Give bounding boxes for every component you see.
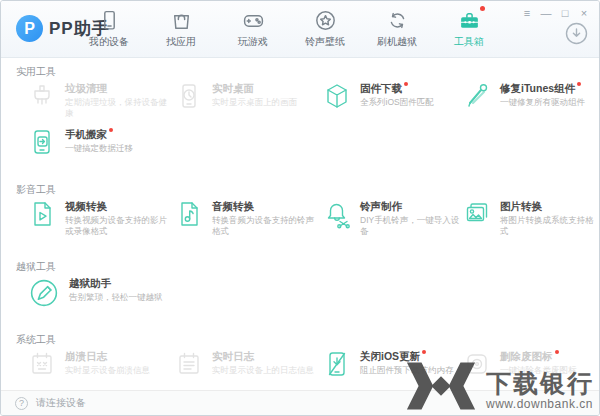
toolbox-icon xyxy=(458,9,481,32)
x-bank-logo-icon xyxy=(403,361,479,411)
star-circle-icon xyxy=(314,9,337,32)
tool-crash-log[interactable]: 崩溃日志 实时显示设备崩溃信息 xyxy=(26,348,173,380)
pp-logo-icon: P xyxy=(16,15,43,42)
tool-phone-transfer[interactable]: 手机搬家 一键搞定数据迁移 xyxy=(26,126,173,158)
tool-junk-clean[interactable]: 垃圾清理 定期清理垃圾，保持设备健康 xyxy=(26,80,173,119)
tool-title: 铃声制作 xyxy=(360,198,461,213)
nav-label: 刷机越狱 xyxy=(377,35,417,49)
tool-subtitle: 一键搞定数据迁移 xyxy=(65,143,173,154)
tool-image-convert[interactable]: 图片转换 将图片转换成系统支持格式 xyxy=(461,198,596,237)
tool-subtitle: 实时显示设备崩溃信息 xyxy=(65,365,173,376)
phone-transfer-icon xyxy=(26,126,58,158)
window-controls: ≡ — □ × xyxy=(519,6,592,20)
repair-tools-icon xyxy=(461,80,493,112)
tool-title: 垃圾清理 xyxy=(65,80,173,95)
tool-row: 垃圾清理 定期清理垃圾，保持设备健康 实时桌面 实时显示桌面上的画面 固件下载 … xyxy=(26,80,596,119)
crash-log-icon xyxy=(26,348,58,380)
image-convert-icon xyxy=(461,198,493,230)
block-update-icon xyxy=(321,348,353,380)
tool-title: 图片转换 xyxy=(500,198,596,213)
main-nav: 我的设备 找应用 玩游戏 铃声壁纸 刷机越狱 工具箱 xyxy=(73,9,505,49)
close-button[interactable]: × xyxy=(576,6,592,20)
live-desktop-icon xyxy=(173,80,205,112)
tool-live-desktop[interactable]: 实时桌面 实时显示桌面上的画面 xyxy=(173,80,321,119)
new-badge-dot xyxy=(480,6,485,11)
nav-label: 工具箱 xyxy=(454,35,484,49)
watermark-url: www.downbank.cn xyxy=(486,397,594,411)
section-title-practical-tools: 实用工具 xyxy=(16,65,56,79)
section-title-media-tools: 影音工具 xyxy=(16,183,56,197)
watermark: 下载银行 www.downbank.cn xyxy=(403,361,594,411)
tool-subtitle: 告别繁琐，轻松一键越狱 xyxy=(69,292,173,303)
menu-button[interactable]: ≡ xyxy=(519,6,535,20)
section-title-system-tools: 系统工具 xyxy=(16,333,56,347)
watermark-title: 下载银行 xyxy=(486,370,594,396)
nav-find-apps[interactable]: 找应用 xyxy=(145,9,217,49)
firmware-cube-icon xyxy=(321,80,353,112)
new-badge-dot xyxy=(577,82,581,86)
tool-title: 实时日志 xyxy=(212,348,321,363)
clean-brush-icon xyxy=(26,80,58,112)
app-window: P PP助手 我的设备 找应用 玩游戏 铃声壁纸 刷机越狱 xyxy=(0,0,600,416)
tool-title: 音频转换 xyxy=(212,198,321,213)
tool-ringtone-maker[interactable]: 铃声制作 DIY手机铃声，一键导入设备 xyxy=(321,198,461,237)
tool-video-convert[interactable]: 视频转换 转换视频为设备支持的影片或录像格式 xyxy=(26,198,173,237)
tool-title: 实时桌面 xyxy=(212,80,321,95)
tool-subtitle: 实时显示设备上的日志信息 xyxy=(212,365,321,376)
section-title-jailbreak-tools: 越狱工具 xyxy=(16,260,56,274)
nav-label: 找应用 xyxy=(166,35,196,49)
audio-file-icon xyxy=(173,198,205,230)
phone-icon xyxy=(98,9,121,32)
tool-title: 越狱助手 xyxy=(69,275,173,290)
tool-title: 修复iTunes组件 xyxy=(500,80,596,95)
nav-flash-jailbreak[interactable]: 刷机越狱 xyxy=(361,9,433,49)
new-badge-dot xyxy=(404,82,408,86)
tool-realtime-log[interactable]: 实时日志 实时显示设备上的日志信息 xyxy=(173,348,321,380)
refresh-arrows-icon xyxy=(386,9,409,32)
tool-subtitle: 转换音频为设备支持的铃声格式 xyxy=(212,215,321,237)
minimize-button[interactable]: — xyxy=(538,6,554,20)
tool-subtitle: 定期清理垃圾，保持设备健康 xyxy=(65,97,173,119)
tool-title: 手机搬家 xyxy=(65,126,173,141)
gamepad-icon xyxy=(242,9,265,32)
tool-subtitle: 全系列iOS固件匹配 xyxy=(360,97,461,108)
tool-title: 固件下载 xyxy=(360,80,461,95)
tool-repair-itunes[interactable]: 修复iTunes组件 一键修复所有驱动组件 xyxy=(461,80,596,119)
tool-subtitle: 转换视频为设备支持的影片或录像格式 xyxy=(65,215,173,237)
tool-row: 手机搬家 一键搞定数据迁移 xyxy=(26,126,596,158)
nav-toolbox[interactable]: 工具箱 xyxy=(433,9,505,49)
new-badge-dot xyxy=(109,128,113,132)
nav-label: 铃声壁纸 xyxy=(305,35,345,49)
tool-subtitle: 将图片转换成系统支持格式 xyxy=(500,215,596,237)
realtime-log-icon xyxy=(173,348,205,380)
new-badge-dot xyxy=(422,350,426,354)
download-center-button[interactable] xyxy=(565,22,588,45)
tool-subtitle: 实时显示桌面上的画面 xyxy=(212,97,321,108)
tool-title: 崩溃日志 xyxy=(65,348,173,363)
jailbreak-pen-icon xyxy=(26,275,62,311)
new-badge-dot xyxy=(555,350,559,354)
nav-play-games[interactable]: 玩游戏 xyxy=(217,9,289,49)
connection-status: 请连接设备 xyxy=(36,396,86,410)
top-bar: P PP助手 我的设备 找应用 玩游戏 铃声壁纸 刷机越狱 xyxy=(1,1,599,58)
nav-label: 我的设备 xyxy=(89,35,129,49)
help-icon[interactable]: ? xyxy=(15,397,28,410)
tool-firmware-download[interactable]: 固件下载 全系列iOS固件匹配 xyxy=(321,80,461,119)
maximize-button[interactable]: □ xyxy=(557,6,573,20)
tool-title: 视频转换 xyxy=(65,198,173,213)
shopping-bag-icon xyxy=(170,9,193,32)
tool-subtitle: DIY手机铃声，一键导入设备 xyxy=(360,215,461,237)
bell-scissors-icon xyxy=(321,198,353,230)
video-file-icon xyxy=(26,198,58,230)
tool-row: 越狱助手 告别繁琐，轻松一键越狱 xyxy=(26,275,596,311)
tool-row: 视频转换 转换视频为设备支持的影片或录像格式 音频转换 转换音频为设备支持的铃声… xyxy=(26,198,596,237)
nav-ringtones-wallpapers[interactable]: 铃声壁纸 xyxy=(289,9,361,49)
watermark-text: 下载银行 www.downbank.cn xyxy=(486,370,594,411)
tool-jailbreak-assistant[interactable]: 越狱助手 告别繁琐，轻松一键越狱 xyxy=(26,275,173,311)
tool-subtitle: 一键修复所有驱动组件 xyxy=(500,97,596,108)
tool-audio-convert[interactable]: 音频转换 转换音频为设备支持的铃声格式 xyxy=(173,198,321,237)
nav-my-devices[interactable]: 我的设备 xyxy=(73,9,145,49)
nav-label: 玩游戏 xyxy=(238,35,268,49)
